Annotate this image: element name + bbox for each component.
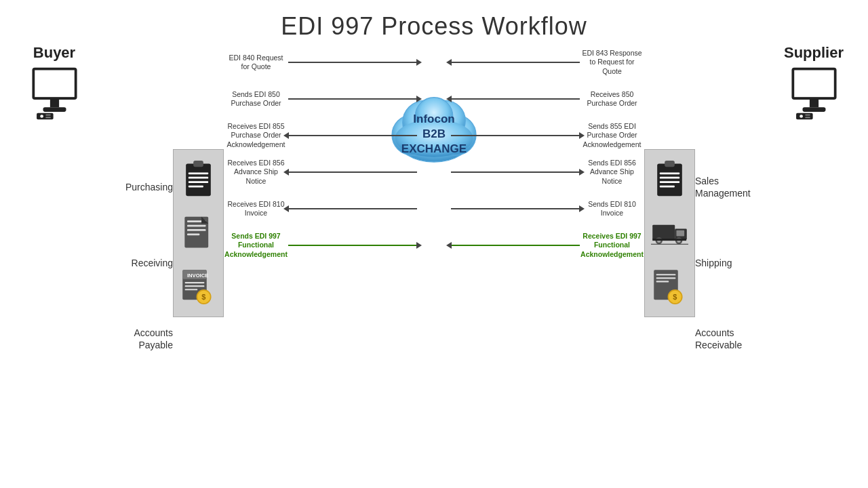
svg-rect-62 [802, 107, 825, 112]
left-arrows-column: EDI 840 Request for Quote Sends EDI 850 … [224, 44, 417, 264]
supplier-column: Supplier [773, 44, 854, 122]
left-icons-box: INVOICE $ [173, 149, 224, 317]
supplier-computer-icon [782, 64, 846, 122]
arrow-line-left [451, 245, 580, 246]
arrow-line-left [288, 208, 417, 209]
role-purchasing: Purchasing [95, 149, 173, 225]
left-arrow-6: Sends EDI 997 Functional Acknowledgement… [224, 227, 417, 264]
role-receiving: Receiving [95, 225, 173, 301]
role-sales-mgmt: SalesManagement [695, 149, 773, 225]
role-shipping: Shipping [695, 225, 773, 301]
purchasing-icon [178, 155, 219, 203]
role-accounts-payable: AccountsPayable [95, 301, 173, 377]
svg-rect-26 [185, 289, 198, 290]
arrow-line-right [451, 208, 580, 209]
svg-rect-50 [652, 239, 686, 241]
svg-rect-10 [189, 172, 208, 174]
svg-rect-9 [193, 161, 203, 167]
left-arrow-2: Sends EDI 850 Purchase Order [224, 81, 417, 117]
buyer-label: Buyer [33, 44, 75, 62]
svg-rect-3 [43, 107, 66, 112]
svg-rect-61 [809, 100, 818, 107]
right-arrow-5: Sends EDI 810 Invoice [451, 190, 644, 227]
svg-rect-54 [656, 277, 676, 279]
svg-rect-18 [187, 233, 199, 235]
right-icons-box: $ [644, 149, 695, 317]
accounts-receivable-icon: $ [650, 264, 690, 311]
left-arrow-1: EDI 840 Request for Quote [224, 44, 417, 81]
svg-text:$: $ [673, 293, 677, 301]
svg-rect-43 [652, 224, 675, 239]
svg-rect-2 [50, 100, 58, 107]
svg-rect-4 [37, 113, 54, 119]
arrow-line-left [288, 135, 417, 136]
arrow-line-right [451, 135, 580, 136]
svg-rect-1 [35, 70, 75, 98]
svg-rect-7 [45, 117, 51, 118]
svg-rect-40 [660, 176, 679, 178]
arrow-line-right [451, 171, 580, 173]
svg-rect-60 [794, 70, 834, 98]
arrow-line-right: .ar-line.right.green::after { border-lef… [288, 245, 417, 246]
svg-rect-25 [185, 285, 205, 287]
svg-rect-42 [660, 185, 675, 187]
svg-rect-8 [186, 163, 211, 196]
svg-rect-55 [656, 281, 669, 282]
right-arrow-4: Sends EDI 856 Advance Ship Notice [451, 154, 644, 190]
center-area: Infocon B2B EXCHANGE EDI 840 Request for… [224, 44, 644, 264]
role-accounts-receivable: AccountsReceivable [695, 301, 773, 377]
left-roles: Purchasing Receiving AccountsPayable [95, 149, 173, 377]
accounts-payable-icon: INVOICE $ [178, 264, 219, 311]
left-arrow-4: Receives EDI 856 Advance Ship Notice [224, 154, 417, 190]
svg-rect-65 [805, 115, 810, 116]
svg-rect-16 [187, 224, 206, 226]
svg-rect-41 [660, 181, 679, 183]
svg-rect-11 [189, 176, 208, 178]
buyer-column: Buyer [14, 44, 95, 122]
page-title: EDI 997 Process Workflow [0, 0, 868, 41]
svg-rect-24 [185, 282, 205, 283]
shipping-icon [650, 209, 690, 257]
arrow-line-right [288, 62, 417, 63]
svg-rect-66 [805, 117, 810, 118]
left-arrow-3: Receives EDI 855 Purchase Order Acknowle… [224, 117, 417, 154]
arrow-line-left [451, 62, 580, 63]
left-arrow-5: Receives EDI 810 Invoice [224, 190, 417, 227]
svg-rect-63 [796, 113, 813, 119]
svg-rect-6 [45, 115, 51, 116]
svg-rect-37 [657, 163, 682, 196]
supplier-label: Supplier [784, 44, 844, 62]
right-arrow-2: Receives 850 Purchase Order [451, 81, 644, 117]
svg-point-64 [800, 115, 803, 118]
sales-mgmt-icon [650, 155, 690, 203]
svg-rect-13 [189, 185, 203, 187]
svg-rect-39 [660, 172, 679, 174]
receiving-icon [178, 209, 219, 257]
svg-rect-38 [665, 161, 675, 167]
svg-point-5 [40, 115, 43, 118]
arrow-line-right [288, 98, 417, 100]
buyer-computer-icon [22, 64, 87, 122]
svg-rect-12 [189, 181, 208, 183]
svg-text:$: $ [201, 293, 205, 301]
right-arrow-1: EDI 843 Response to Request for Quote [451, 44, 644, 81]
svg-rect-45 [676, 230, 684, 236]
right-arrows-column: EDI 843 Response to Request for Quote Re… [451, 44, 644, 264]
svg-rect-17 [187, 229, 206, 231]
arrow-line-left [288, 171, 417, 173]
arrow-line-left [451, 98, 580, 100]
right-arrow-3: Sends 855 EDI Purchase Order Acknowledge… [451, 117, 644, 154]
svg-rect-53 [656, 274, 676, 275]
svg-text:INVOICE: INVOICE [187, 272, 208, 279]
right-roles: SalesManagement Shipping AccountsReceiva… [695, 149, 773, 377]
right-arrow-6: Receives EDI 997 Functional Acknowledgem… [451, 227, 644, 264]
